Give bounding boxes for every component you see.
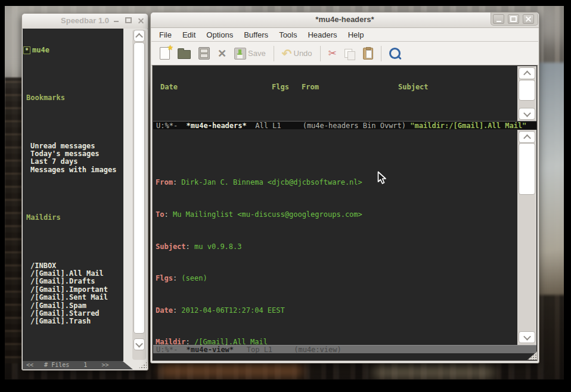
- drawer-button[interactable]: [198, 47, 210, 60]
- new-file-icon: ★: [160, 47, 170, 60]
- speedbar-bookmark-item[interactable]: Messages with images: [23, 166, 123, 174]
- speedbar-maildir-item[interactable]: /[Gmail].Drafts: [23, 278, 123, 285]
- wallpaper-light-patch: [160, 362, 303, 377]
- star-icon: ★: [167, 43, 173, 52]
- speedbar-bookmark-item[interactable]: Today's messages: [23, 150, 123, 158]
- maximize-icon[interactable]: [125, 17, 132, 23]
- mu4e-window-title: *mu4e-headers*: [151, 15, 539, 24]
- menubar: FileEditOptionsBuffersToolsHeadersHelp: [151, 28, 538, 42]
- toolbar-separator: [274, 46, 274, 61]
- menu-item[interactable]: Tools: [274, 29, 302, 41]
- desktop: Speedbar 1.0 *mu4e Bookmarks Unread mess…: [0, 0, 571, 392]
- headers-column-row: Date Flgs From Subject: [158, 83, 517, 91]
- resize-grip[interactable]: [138, 362, 147, 369]
- undo-label: Undo: [294, 49, 312, 58]
- speedbar-bookmark-item[interactable]: Last 7 days: [23, 158, 123, 166]
- close-buffer-button[interactable]: ✕: [218, 48, 226, 59]
- speedbar-maildir-item[interactable]: /[Gmail].All Mail: [23, 270, 123, 278]
- speedbar-maildir-item[interactable]: /[Gmail].Important: [23, 286, 123, 294]
- save-disk-icon: [234, 48, 246, 60]
- maildirs-header: Maildirs: [23, 214, 123, 222]
- scrollbar-thumb[interactable]: [519, 80, 535, 101]
- cut-button[interactable]: ✂: [328, 47, 337, 60]
- scrollbar-thumb[interactable]: [134, 42, 145, 334]
- menu-item[interactable]: File: [154, 29, 177, 41]
- speedbar-maildir-item[interactable]: /[Gmail].Trash: [23, 318, 123, 325]
- menu-item[interactable]: Buffers: [238, 29, 274, 41]
- column-date[interactable]: Date: [158, 83, 272, 91]
- minibuffer: [153, 353, 536, 360]
- close-icon[interactable]: [523, 14, 534, 24]
- field-value: Mu Mailinglist <mu-discuss@googlegroups.…: [173, 210, 362, 219]
- speedbar-maildir-item[interactable]: /INBOX: [23, 262, 123, 270]
- wallpaper-light-patch: [374, 365, 494, 378]
- speedbar-maildir-item[interactable]: /[Gmail].Spam: [23, 302, 123, 310]
- expander-icon[interactable]: *: [23, 46, 30, 54]
- save-label: Save: [248, 49, 266, 58]
- undo-button[interactable]: ↶ Undo: [282, 48, 312, 60]
- search-button[interactable]: [389, 48, 401, 59]
- paste-button[interactable]: [363, 48, 373, 60]
- column-from[interactable]: From: [302, 83, 398, 91]
- new-message-button[interactable]: ★: [160, 47, 170, 60]
- modeline-position: All L1: [247, 122, 303, 130]
- view-scrollbar[interactable]: [517, 130, 536, 345]
- speedbar-statusbar: << # Files 1 >>: [23, 361, 147, 369]
- headers-modeline: U:%*- *mu4e-headers* All L1 (mu4e-header…: [153, 121, 536, 129]
- modeline-prefix: U:%*-: [156, 122, 187, 130]
- toolbar-separator: [320, 46, 321, 61]
- undo-icon: ↶: [282, 48, 292, 60]
- modeline-buffer-name: *mu4e-view*: [187, 346, 234, 354]
- modeline-search-query: "maildir:/[Gmail].All Mail": [410, 122, 526, 130]
- menu-item[interactable]: Options: [201, 29, 238, 41]
- speedbar-titlebar[interactable]: Speedbar 1.0: [22, 14, 148, 29]
- close-icon[interactable]: [138, 17, 144, 23]
- emacs-frame: Date Flgs From Subject 2012-04-06 12:27:…: [152, 65, 538, 361]
- modeline-buffer-name: *mu4e-headers*: [187, 122, 247, 130]
- speedbar-scrollbar[interactable]: [132, 30, 146, 360]
- message-field: Date: 2012-04-06T12:27:04 EEST: [156, 307, 517, 315]
- field-value: Dirk-Jan C. Binnema <djcb@djcbsoftware.n…: [181, 178, 362, 186]
- toolbar-separator: [381, 46, 381, 61]
- speedbar-root-label[interactable]: mu4e: [32, 46, 49, 54]
- headers-scrollbar[interactable]: [517, 66, 536, 121]
- headers-rows: 2012-04-06 12:27:04 S Dirk-Jan C. Binnem…: [158, 107, 517, 122]
- minimize-icon[interactable]: [114, 17, 119, 23]
- scrollbar-thumb[interactable]: [519, 143, 535, 195]
- speedbar-maildir-item[interactable]: /[Gmail].Sent Mail: [23, 294, 123, 301]
- scroll-down-icon[interactable]: [519, 108, 535, 120]
- save-button[interactable]: Save: [234, 48, 266, 60]
- field-value: 2012-04-06T12:27:04 EEST: [181, 306, 284, 315]
- scroll-down-icon[interactable]: [134, 338, 145, 350]
- modeline-modes: (mu4e-headers Bin Ovwrt): [303, 122, 411, 130]
- speedbar-list: *mu4e Bookmarks Unread messagesToday's m…: [23, 29, 123, 361]
- bookmarks-header: Bookmarks: [23, 94, 123, 102]
- speedbar-body: *mu4e Bookmarks Unread messagesToday's m…: [23, 29, 147, 361]
- speedbar-maildir-item[interactable]: /[Gmail].Starred: [23, 310, 123, 318]
- speedbar-bookmark-item[interactable]: Unread messages: [23, 142, 123, 150]
- scroll-up-icon[interactable]: [519, 67, 535, 79]
- menu-item[interactable]: Help: [343, 29, 370, 41]
- window-buttons: [491, 13, 538, 26]
- field-value: (seen): [181, 274, 207, 282]
- scroll-up-icon[interactable]: [134, 30, 145, 42]
- copy-button[interactable]: [345, 49, 355, 58]
- message-field: Subject: mu v0.9.8.3: [156, 243, 517, 251]
- scroll-down-icon[interactable]: [519, 331, 535, 343]
- maximize-icon[interactable]: [508, 14, 519, 24]
- column-flgs[interactable]: Flgs: [272, 83, 302, 91]
- menu-item[interactable]: Edit: [177, 29, 201, 41]
- mu4e-titlebar[interactable]: *mu4e-headers*: [151, 13, 539, 28]
- minimize-icon[interactable]: [493, 14, 504, 24]
- menu-item[interactable]: Headers: [302, 29, 342, 41]
- speedbar-status-text: << # Files 1 >>: [23, 361, 151, 369]
- open-button[interactable]: [178, 48, 191, 59]
- file-cabinet-icon: [198, 47, 210, 60]
- modeline-prefix: U:%*-: [156, 346, 187, 354]
- scroll-up-icon[interactable]: [519, 131, 535, 143]
- headers-pane: Date Flgs From Subject 2012-04-06 12:27:…: [153, 66, 517, 122]
- speedbar-root-item[interactable]: *mu4e: [23, 46, 123, 54]
- field-label: Flgs: [156, 274, 173, 282]
- column-subject[interactable]: Subject: [398, 83, 517, 91]
- modeline-position: Top L1: [234, 346, 294, 354]
